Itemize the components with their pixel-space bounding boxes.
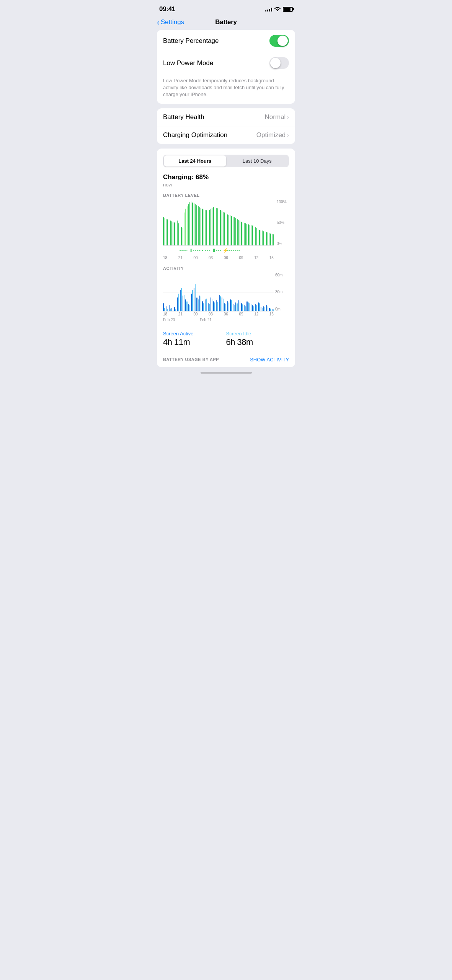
activity-bar-group — [272, 273, 274, 311]
battery-bar — [163, 217, 164, 245]
activity-bar-light — [212, 299, 212, 311]
y-label-50: 50% — [277, 220, 289, 225]
charging-optimization-row[interactable]: Charging Optimization Optimized › — [157, 126, 295, 144]
x-label-00: 00 — [193, 256, 197, 260]
battery-bar — [184, 212, 185, 245]
activity-bar-group — [235, 273, 237, 311]
activity-bar-light — [259, 303, 260, 311]
usage-header: BATTERY USAGE BY APP SHOW ACTIVITY — [157, 352, 295, 367]
segment-24h[interactable]: Last 24 Hours — [164, 155, 226, 167]
activity-bar-dark — [191, 294, 192, 311]
activity-bar-group — [188, 273, 190, 311]
activity-bar-dark — [174, 307, 175, 311]
activity-bar-dark — [163, 303, 164, 311]
battery-bar — [187, 206, 188, 245]
battery-bar — [270, 234, 271, 245]
activity-bar-group — [216, 273, 218, 311]
battery-status-icon — [283, 7, 293, 12]
battery-bar — [201, 208, 201, 245]
activity-bar-dark — [196, 297, 197, 311]
x-label-15: 15 — [269, 256, 274, 260]
battery-percentage-row[interactable]: Battery Percentage — [157, 30, 295, 52]
status-icons — [265, 6, 293, 12]
activity-bar-light — [220, 296, 221, 311]
activity-bar-light — [167, 309, 168, 311]
activity-bar-dark — [169, 305, 170, 311]
activity-bar-dark — [235, 302, 236, 311]
low-power-mode-toggle[interactable] — [269, 57, 289, 69]
battery-bar — [210, 209, 211, 245]
battery-bar — [250, 225, 250, 245]
segment-10d[interactable]: Last 10 Days — [226, 155, 289, 167]
battery-bar — [173, 222, 173, 245]
activity-bar-dark — [224, 303, 225, 311]
activity-bar-dark — [252, 305, 253, 311]
battery-bar — [224, 212, 225, 245]
status-time: 09:41 — [159, 5, 175, 13]
activity-bar-group — [183, 273, 184, 311]
battery-bar — [237, 219, 238, 245]
battery-settings-card: Battery Percentage Low Power Mode Low Po… — [157, 30, 295, 104]
battery-bar — [262, 230, 263, 245]
battery-bar — [222, 211, 222, 245]
charging-status: Charging: 68% now — [157, 173, 295, 188]
battery-bar — [205, 210, 206, 245]
activity-bar-dark — [205, 299, 206, 311]
battery-bar — [213, 207, 214, 245]
svg-text:⏸: ⏸ — [188, 248, 193, 253]
activity-bar-group — [238, 273, 240, 311]
battery-percentage-toggle[interactable] — [269, 35, 289, 47]
activity-bar-group — [252, 273, 254, 311]
activity-bar-light — [184, 295, 184, 311]
back-button[interactable]: ‹ Settings — [157, 18, 184, 26]
toggle-thumb — [277, 36, 288, 46]
battery-bar — [252, 225, 253, 245]
stats-row: Screen Active 4h 11m Screen Idle 6h 38m — [157, 326, 295, 352]
activity-bar-group — [185, 273, 187, 311]
activity-chart: 60m 30m 0m — [163, 273, 289, 311]
activity-bar-group — [213, 273, 215, 311]
x-label-09: 09 — [239, 256, 243, 260]
battery-bar — [226, 213, 227, 245]
battery-bar — [177, 220, 178, 245]
signal-icon — [265, 7, 272, 11]
activity-bar-group — [169, 273, 171, 311]
battery-bar — [265, 232, 266, 245]
activity-bar-dark — [263, 306, 264, 311]
activity-bar-dark — [188, 304, 189, 311]
battery-bar — [241, 222, 242, 245]
battery-bar — [174, 222, 175, 245]
activity-bar-dark — [272, 309, 273, 311]
low-power-description: Low Power Mode temporarily reduces backg… — [157, 74, 295, 104]
activity-bar-dark — [166, 306, 166, 311]
battery-bar — [244, 223, 245, 245]
activity-bar-dark — [246, 301, 247, 311]
activity-bar-group — [250, 273, 251, 311]
battery-health-label: Battery Health — [163, 113, 204, 121]
activity-bar-dark — [185, 299, 186, 311]
activity-bar-light — [201, 296, 201, 311]
activity-bar-light — [273, 309, 274, 311]
show-activity-button[interactable]: SHOW ACTIVITY — [250, 357, 289, 363]
battery-health-row[interactable]: Battery Health Normal › — [157, 108, 295, 126]
battery-bar — [227, 214, 228, 245]
charging-title: Charging: 68% — [163, 173, 289, 181]
low-power-mode-row[interactable]: Low Power Mode — [157, 52, 295, 74]
battery-bar — [217, 208, 218, 245]
activity-bar-group — [263, 273, 265, 311]
battery-bar — [167, 219, 168, 245]
usage-by-app-label: BATTERY USAGE BY APP — [163, 357, 219, 362]
nav-bar: ‹ Settings Battery — [151, 16, 301, 30]
activity-bar-light — [178, 294, 179, 311]
activity-bar-group — [174, 273, 176, 311]
battery-bar — [183, 228, 183, 245]
svg-text:⏸: ⏸ — [212, 248, 216, 253]
activity-bar-dark — [230, 299, 231, 311]
activity-bar-light — [181, 288, 182, 310]
activity-bar-group — [199, 273, 201, 311]
battery-bar — [273, 234, 274, 245]
activity-bar-light — [262, 308, 263, 311]
segment-control[interactable]: Last 24 Hours Last 10 Days — [163, 155, 289, 167]
screen-idle-stat: Screen Idle 6h 38m — [226, 331, 289, 347]
activity-bar-dark — [233, 304, 233, 311]
